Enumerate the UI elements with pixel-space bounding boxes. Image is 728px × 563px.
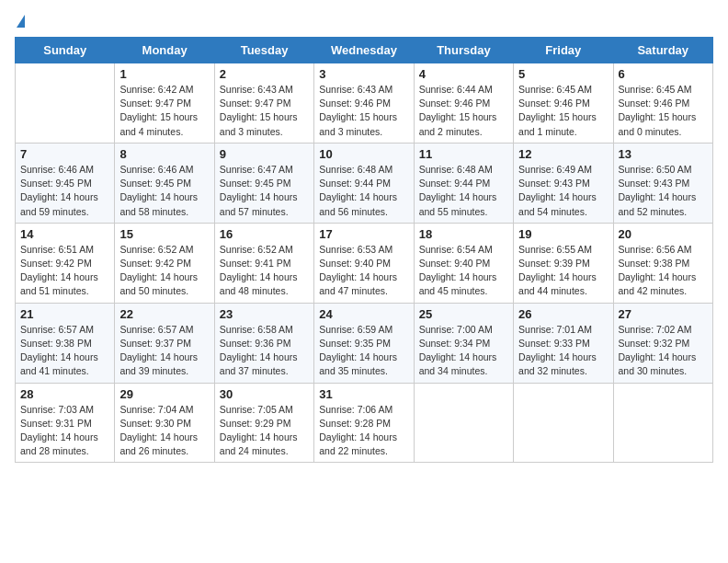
calendar-cell: 16Sunrise: 6:52 AMSunset: 9:41 PMDayligh… — [214, 223, 313, 303]
calendar-cell: 7Sunrise: 6:46 AMSunset: 9:45 PMDaylight… — [16, 143, 115, 223]
day-number: 17 — [319, 227, 408, 241]
day-number: 6 — [619, 67, 708, 81]
calendar-cell: 17Sunrise: 6:53 AMSunset: 9:40 PMDayligh… — [314, 223, 414, 303]
cell-info: Sunrise: 7:02 AMSunset: 9:32 PMDaylight:… — [619, 323, 708, 379]
day-number: 13 — [619, 147, 708, 161]
day-number: 3 — [319, 67, 408, 81]
day-number: 8 — [119, 147, 209, 161]
calendar-week-1: 1Sunrise: 6:42 AMSunset: 9:47 PMDaylight… — [16, 63, 713, 144]
calendar-cell: 21Sunrise: 6:57 AMSunset: 9:38 PMDayligh… — [16, 303, 115, 383]
cell-info: Sunrise: 6:45 AMSunset: 9:46 PMDaylight:… — [518, 83, 608, 139]
calendar-cell: 18Sunrise: 6:54 AMSunset: 9:40 PMDayligh… — [414, 223, 513, 303]
day-number: 14 — [20, 227, 109, 241]
calendar-week-2: 7Sunrise: 6:46 AMSunset: 9:45 PMDaylight… — [16, 143, 713, 223]
calendar-week-3: 14Sunrise: 6:51 AMSunset: 9:42 PMDayligh… — [16, 223, 713, 303]
calendar-cell: 31Sunrise: 7:06 AMSunset: 9:28 PMDayligh… — [314, 383, 414, 463]
day-number: 23 — [220, 307, 309, 321]
calendar-cell: 5Sunrise: 6:45 AMSunset: 9:46 PMDaylight… — [514, 63, 613, 144]
cell-info: Sunrise: 7:00 AMSunset: 9:34 PMDaylight:… — [419, 323, 508, 379]
day-number: 28 — [20, 387, 109, 401]
day-number: 1 — [119, 67, 209, 81]
calendar-cell: 8Sunrise: 6:46 AMSunset: 9:45 PMDaylight… — [115, 143, 214, 223]
page-header — [15, 15, 713, 28]
cell-info: Sunrise: 6:54 AMSunset: 9:40 PMDaylight:… — [419, 243, 508, 299]
cell-info: Sunrise: 7:04 AMSunset: 9:30 PMDaylight:… — [119, 403, 209, 459]
day-of-week-thursday: Thursday — [414, 38, 513, 63]
cell-info: Sunrise: 6:45 AMSunset: 9:46 PMDaylight:… — [619, 83, 708, 139]
calendar-table: SundayMondayTuesdayWednesdayThursdayFrid… — [15, 37, 713, 463]
day-of-week-tuesday: Tuesday — [214, 38, 313, 63]
day-number: 29 — [119, 387, 209, 401]
cell-info: Sunrise: 6:52 AMSunset: 9:41 PMDaylight:… — [220, 243, 309, 299]
cell-info: Sunrise: 7:06 AMSunset: 9:28 PMDaylight:… — [319, 403, 408, 459]
cell-info: Sunrise: 6:47 AMSunset: 9:45 PMDaylight:… — [220, 163, 309, 219]
calendar-cell: 22Sunrise: 6:57 AMSunset: 9:37 PMDayligh… — [115, 303, 214, 383]
day-number: 31 — [319, 387, 408, 401]
calendar-cell: 27Sunrise: 7:02 AMSunset: 9:32 PMDayligh… — [613, 303, 712, 383]
calendar-cell: 28Sunrise: 7:03 AMSunset: 9:31 PMDayligh… — [16, 383, 115, 463]
day-of-week-saturday: Saturday — [613, 38, 712, 63]
calendar-cell — [16, 63, 115, 144]
calendar-cell: 25Sunrise: 7:00 AMSunset: 9:34 PMDayligh… — [414, 303, 513, 383]
day-of-week-monday: Monday — [115, 38, 214, 63]
day-of-week-sunday: Sunday — [16, 38, 115, 63]
calendar-cell: 23Sunrise: 6:58 AMSunset: 9:36 PMDayligh… — [214, 303, 313, 383]
day-number: 4 — [419, 67, 508, 81]
cell-info: Sunrise: 7:03 AMSunset: 9:31 PMDaylight:… — [20, 403, 109, 459]
logo-triangle-icon — [17, 15, 25, 28]
calendar-cell: 19Sunrise: 6:55 AMSunset: 9:39 PMDayligh… — [514, 223, 613, 303]
cell-info: Sunrise: 6:46 AMSunset: 9:45 PMDaylight:… — [119, 163, 209, 219]
cell-info: Sunrise: 6:57 AMSunset: 9:37 PMDaylight:… — [119, 323, 209, 379]
calendar-week-4: 21Sunrise: 6:57 AMSunset: 9:38 PMDayligh… — [16, 303, 713, 383]
day-of-week-wednesday: Wednesday — [314, 38, 414, 63]
cell-info: Sunrise: 6:53 AMSunset: 9:40 PMDaylight:… — [319, 243, 408, 299]
day-number: 21 — [20, 307, 109, 321]
cell-info: Sunrise: 6:48 AMSunset: 9:44 PMDaylight:… — [419, 163, 508, 219]
day-number: 11 — [419, 147, 508, 161]
cell-info: Sunrise: 6:48 AMSunset: 9:44 PMDaylight:… — [319, 163, 408, 219]
calendar-cell: 9Sunrise: 6:47 AMSunset: 9:45 PMDaylight… — [214, 143, 313, 223]
cell-info: Sunrise: 6:57 AMSunset: 9:38 PMDaylight:… — [20, 323, 109, 379]
cell-info: Sunrise: 6:51 AMSunset: 9:42 PMDaylight:… — [20, 243, 109, 299]
cell-info: Sunrise: 6:56 AMSunset: 9:38 PMDaylight:… — [619, 243, 708, 299]
cell-info: Sunrise: 6:46 AMSunset: 9:45 PMDaylight:… — [20, 163, 109, 219]
cell-info: Sunrise: 6:58 AMSunset: 9:36 PMDaylight:… — [220, 323, 309, 379]
day-number: 12 — [518, 147, 608, 161]
calendar-cell: 11Sunrise: 6:48 AMSunset: 9:44 PMDayligh… — [414, 143, 513, 223]
cell-info: Sunrise: 6:55 AMSunset: 9:39 PMDaylight:… — [518, 243, 608, 299]
cell-info: Sunrise: 6:43 AMSunset: 9:46 PMDaylight:… — [319, 83, 408, 139]
calendar-cell: 6Sunrise: 6:45 AMSunset: 9:46 PMDaylight… — [613, 63, 712, 144]
cell-info: Sunrise: 6:50 AMSunset: 9:43 PMDaylight:… — [619, 163, 708, 219]
day-of-week-friday: Friday — [514, 38, 613, 63]
cell-info: Sunrise: 7:01 AMSunset: 9:33 PMDaylight:… — [518, 323, 608, 379]
day-number: 19 — [518, 227, 608, 241]
calendar-cell: 24Sunrise: 6:59 AMSunset: 9:35 PMDayligh… — [314, 303, 414, 383]
day-number: 18 — [419, 227, 508, 241]
day-number: 15 — [119, 227, 209, 241]
calendar-week-5: 28Sunrise: 7:03 AMSunset: 9:31 PMDayligh… — [16, 383, 713, 463]
calendar-cell: 2Sunrise: 6:43 AMSunset: 9:47 PMDaylight… — [214, 63, 313, 144]
calendar-cell: 12Sunrise: 6:49 AMSunset: 9:43 PMDayligh… — [514, 143, 613, 223]
day-number: 16 — [220, 227, 309, 241]
calendar-cell: 26Sunrise: 7:01 AMSunset: 9:33 PMDayligh… — [514, 303, 613, 383]
calendar-cell: 3Sunrise: 6:43 AMSunset: 9:46 PMDaylight… — [314, 63, 414, 144]
calendar-cell: 29Sunrise: 7:04 AMSunset: 9:30 PMDayligh… — [115, 383, 214, 463]
day-number: 2 — [220, 67, 309, 81]
cell-info: Sunrise: 6:44 AMSunset: 9:46 PMDaylight:… — [419, 83, 508, 139]
day-number: 27 — [619, 307, 708, 321]
day-number: 20 — [619, 227, 708, 241]
logo — [15, 15, 25, 28]
calendar-cell: 13Sunrise: 6:50 AMSunset: 9:43 PMDayligh… — [613, 143, 712, 223]
calendar-cell: 1Sunrise: 6:42 AMSunset: 9:47 PMDaylight… — [115, 63, 214, 144]
cell-info: Sunrise: 6:42 AMSunset: 9:47 PMDaylight:… — [119, 83, 209, 139]
calendar-cell: 4Sunrise: 6:44 AMSunset: 9:46 PMDaylight… — [414, 63, 513, 144]
calendar-cell — [613, 383, 712, 463]
day-number: 25 — [419, 307, 508, 321]
calendar-cell: 20Sunrise: 6:56 AMSunset: 9:38 PMDayligh… — [613, 223, 712, 303]
cell-info: Sunrise: 7:05 AMSunset: 9:29 PMDaylight:… — [220, 403, 309, 459]
cell-info: Sunrise: 6:52 AMSunset: 9:42 PMDaylight:… — [119, 243, 209, 299]
cell-info: Sunrise: 6:43 AMSunset: 9:47 PMDaylight:… — [220, 83, 309, 139]
calendar-cell: 10Sunrise: 6:48 AMSunset: 9:44 PMDayligh… — [314, 143, 414, 223]
day-number: 5 — [518, 67, 608, 81]
day-number: 22 — [119, 307, 209, 321]
